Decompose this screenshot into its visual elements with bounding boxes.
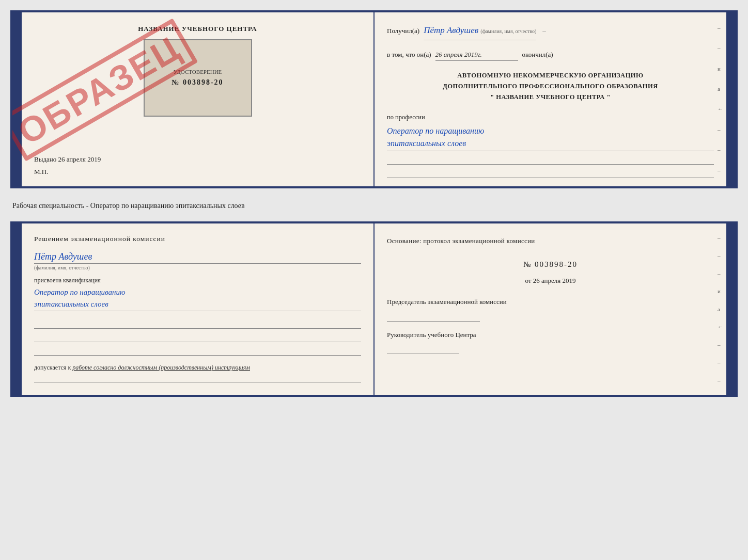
qual-left-panel: Решением экзаменационной комиссии Пётр А…	[22, 223, 375, 395]
specialty-text: Рабочая специальность - Оператор по нара…	[10, 198, 738, 212]
spine-left	[12, 12, 22, 186]
exam-commission-title: Решением экзаменационной комиссии	[34, 235, 361, 243]
spine-right	[726, 12, 736, 186]
underline-row-1	[387, 153, 714, 165]
sig-line-1	[34, 317, 361, 329]
допуск-underline	[34, 372, 361, 382]
vydano-line: Выдано 26 апреля 2019	[34, 151, 361, 164]
person-name-large: Пётр Авдушев	[34, 251, 361, 264]
rukov-sig-line	[387, 343, 459, 354]
qualification-card: Решением экзаменационной комиссии Пётр А…	[10, 221, 738, 397]
recipient-label: Получил(а)	[387, 25, 419, 37]
qual-right-panel: Основание: протокол экзаменационной коми…	[375, 223, 726, 395]
cert-left-panel: НАЗВАНИЕ УЧЕБНОГО ЦЕНТРА УДОСТОВЕРЕНИЕ №…	[22, 12, 375, 186]
org-line1: АВТОНОМНУЮ НЕКОММЕРЧЕСКУЮ ОРГАНИЗАЦИЮ	[387, 70, 714, 81]
sig-line-2	[34, 331, 361, 342]
recipient-name-text: Пётр Авдушев	[424, 25, 478, 35]
training-center-title-left: НАЗВАНИЕ УЧЕБНОГО ЦЕНТРА	[138, 25, 257, 33]
osnov-label: Основание: протокол экзаменационной коми…	[387, 235, 714, 248]
qualification-name: Оператор по наращиванию эпитаксиальных с…	[34, 286, 361, 311]
finished-label: окончил(а)	[522, 49, 553, 60]
org-line2: ДОПОЛНИТЕЛЬНОГО ПРОФЕССИОНАЛЬНОГО ОБРАЗО…	[387, 81, 714, 92]
profession-line1: Оператор по наращиванию	[387, 125, 714, 137]
date-line: в том, что он(а) 26 апреля 2019г. окончи…	[387, 49, 714, 61]
spine-right-2	[726, 223, 736, 395]
chairman-label: Председатель экзаменационной комиссии	[387, 297, 714, 307]
spine-left-2	[12, 223, 22, 395]
rukov-label: Руководитель учебного Центра	[387, 330, 714, 340]
допуск-value: работе согласно должностным (производств…	[72, 364, 250, 371]
cert-number: № 003898-20	[172, 77, 223, 88]
org-line3: " НАЗВАНИЕ УЧЕБНОГО ЦЕНТРА "	[387, 92, 714, 103]
certificate-box: УДОСТОВЕРЕНИЕ № 003898-20	[144, 39, 252, 117]
chairman-sig-line	[387, 310, 480, 322]
qual-line2: эпитаксиальных слоев	[34, 298, 361, 310]
side-marks-cert: – – и а ← – – –	[718, 12, 723, 186]
допуск-label: допускается к работе согласно должностны…	[34, 363, 361, 372]
dash-separator: –	[542, 25, 546, 37]
recipient-name: Пётр Авдушев (фамилия, имя, отчество)	[424, 23, 536, 40]
profession-label: по профессии	[387, 111, 714, 123]
protocol-number: № 003898-20	[387, 257, 714, 272]
protocol-date: от 26 апреля 2019	[387, 275, 714, 287]
certificate-card: НАЗВАНИЕ УЧЕБНОГО ЦЕНТРА УДОСТОВЕРЕНИЕ №…	[10, 10, 738, 188]
recipient-line: Получил(а) Пётр Авдушев (фамилия, имя, о…	[387, 23, 714, 40]
date-label: в том, что он(а)	[387, 49, 431, 60]
cert-inner-label: УДОСТОВЕРЕНИЕ № 003898-20	[172, 68, 223, 88]
sig-line-3	[34, 344, 361, 356]
date-value: 26 апреля 2019г.	[435, 49, 518, 61]
fio-subtitle: (фамилия, имя, отчество)	[34, 265, 361, 270]
signature-lines	[34, 317, 361, 356]
org-block: АВТОНОМНУЮ НЕКОММЕРЧЕСКУЮ ОРГАНИЗАЦИЮ ДО…	[387, 70, 714, 103]
underline-row-2	[387, 167, 714, 178]
profession-line2: эпитаксиальных слоев	[387, 137, 714, 150]
page-container: НАЗВАНИЕ УЧЕБНОГО ЦЕНТРА УДОСТОВЕРЕНИЕ №…	[10, 10, 738, 397]
assigned-label: присвоена квалификация	[34, 277, 361, 284]
vydano-section: Выдано 26 апреля 2019 М.П.	[34, 144, 361, 176]
side-marks-qual: – – – и а ← – – –	[718, 223, 723, 395]
mp-line: М.П.	[34, 168, 361, 176]
cert-right-panel: Получил(а) Пётр Авдушев (фамилия, имя, о…	[375, 12, 726, 186]
qual-line1: Оператор по наращиванию	[34, 286, 361, 298]
recipient-name-subtitle: (фамилия, имя, отчество)	[480, 28, 536, 34]
cert-label: УДОСТОВЕРЕНИЕ	[172, 68, 223, 77]
profession-name: Оператор по наращиванию эпитаксиальных с…	[387, 125, 714, 151]
